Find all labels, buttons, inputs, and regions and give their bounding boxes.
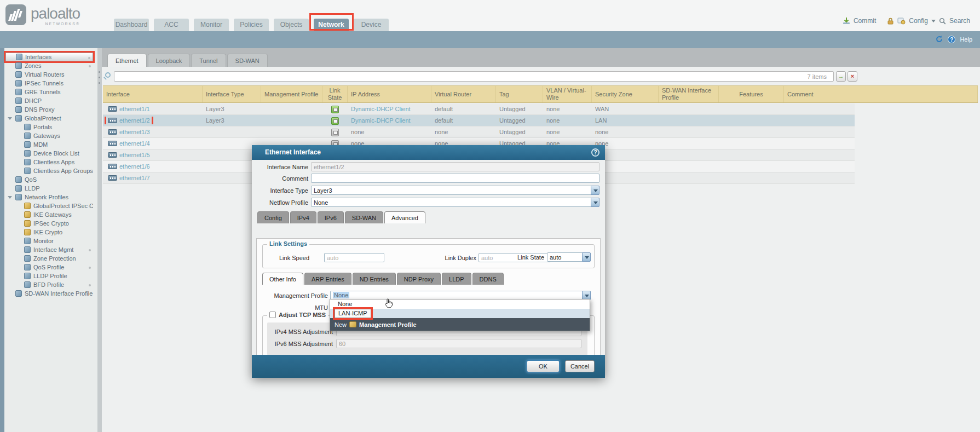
main-nav-tab[interactable]: ACC [154, 19, 189, 31]
main-nav-tab[interactable]: Objects [274, 19, 309, 31]
sidebar-item[interactable]: DHCP [5, 96, 93, 105]
content-tab[interactable]: Ethernet [107, 54, 147, 67]
sidebar-item[interactable]: IPSec Crypto [5, 219, 93, 228]
inner-tab[interactable]: Other Info [262, 273, 303, 285]
sidebar-item[interactable]: Gateways [5, 131, 93, 140]
sidebar-item[interactable]: Interfaces [5, 53, 93, 61]
interface-link[interactable]: ethernet1/2 [119, 117, 150, 124]
sidebar-item-label: MDM [33, 141, 48, 148]
sidebar-item-label: IKE Gateways [33, 211, 72, 218]
link-speed-field[interactable] [324, 253, 384, 262]
adjust-tcp-mss-checkbox[interactable] [269, 312, 276, 318]
apply-filter-button[interactable]: → [836, 71, 846, 82]
dialog-tab[interactable]: Config [257, 211, 289, 223]
commit-button[interactable]: Commit [854, 17, 876, 25]
dropdown-new-item[interactable]: New Management Profile [330, 318, 590, 331]
ip-address-link[interactable]: Dynamic-DHCP Client [348, 117, 431, 124]
interface-link[interactable]: ethernet1/5 [119, 152, 150, 158]
inner-tab[interactable]: DDNS [472, 273, 504, 285]
sidebar-item[interactable]: Zones [5, 61, 93, 70]
help-icon[interactable]: ? [948, 36, 955, 43]
sidebar-item[interactable]: MDM [5, 140, 93, 149]
help-label[interactable]: Help [960, 36, 972, 43]
ok-button[interactable]: OK [527, 360, 560, 372]
dropdown-option[interactable]: LAN-ICMP [330, 309, 590, 318]
sidebar-item[interactable]: Interface Mgmt [5, 245, 93, 254]
dialog-tab[interactable]: IPv6 [318, 211, 344, 223]
netflow-profile-select[interactable] [311, 198, 599, 207]
sidebar-item[interactable]: IKE Crypto [5, 228, 93, 237]
inner-tab[interactable]: LLDP [442, 273, 471, 285]
refresh-icon[interactable] [935, 35, 943, 43]
content-tab[interactable]: SD-WAN [227, 54, 268, 67]
interface-type-dropdown-icon[interactable] [591, 186, 599, 195]
sidebar-item[interactable]: BFD Profile [5, 280, 93, 289]
table-row[interactable]: ethernet1/2 Layer3 Dynamic-DHCP Client d… [103, 115, 855, 126]
dropdown-option[interactable]: None [330, 299, 590, 309]
sidebar-item[interactable]: Device Block List [5, 149, 93, 158]
sidebar-item[interactable]: GlobalProtect [5, 114, 93, 123]
main-nav-tab[interactable]: Device [354, 19, 389, 31]
lldp-icon [15, 185, 22, 192]
sidebar-item[interactable]: Virtual Routers [5, 70, 93, 79]
sidebar-item[interactable]: SD-WAN Interface Profile [5, 289, 93, 298]
dialog-tab[interactable]: SD-WAN [345, 211, 383, 223]
interface-link[interactable]: ethernet1/4 [119, 140, 150, 147]
search-button[interactable]: Search [949, 17, 970, 25]
interface-type-select[interactable] [311, 186, 599, 195]
main-nav-tab[interactable]: Dashboard [114, 19, 149, 31]
dialog-help-icon[interactable]: ? [591, 148, 599, 157]
link-state-dropdown-icon[interactable] [582, 252, 591, 262]
sidebar-item[interactable]: GlobalProtect IPSec Crypt [5, 201, 93, 210]
interface-link[interactable]: ethernet1/1 [119, 106, 150, 112]
inner-tabs: Other InfoARP EntriesND EntriesNDP Proxy… [262, 273, 504, 285]
sidebar-item[interactable]: QoS Profile [5, 263, 93, 272]
sidebar-resize-handle[interactable] [97, 48, 102, 432]
sidebar-item[interactable]: Monitor [5, 237, 93, 245]
sidebar-item[interactable]: IKE Gateways [5, 210, 93, 219]
sidebar-item-label: Interface Mgmt [33, 246, 73, 253]
interface-link[interactable]: ethernet1/7 [119, 175, 150, 181]
sidebar-item[interactable]: QoS [5, 175, 93, 184]
bfd-profile-icon [24, 281, 31, 288]
interface-name-field[interactable] [311, 162, 599, 171]
sidebar-item[interactable]: Zone Protection [5, 254, 93, 263]
config-menu[interactable]: Config [909, 17, 928, 25]
interface-link[interactable]: ethernet1/3 [119, 129, 150, 135]
sidebar-item[interactable]: LLDP [5, 184, 93, 193]
sidebar-item[interactable]: Clientless App Groups [5, 166, 93, 175]
sidebar-item-label: IKE Crypto [33, 229, 62, 235]
cancel-button[interactable]: Cancel [565, 360, 595, 372]
content-tab[interactable]: Tunnel [191, 54, 226, 67]
sidebar-item[interactable]: LLDP Profile [5, 272, 93, 280]
ipsec-tunnels-icon [15, 80, 22, 87]
ipv6-mss-field[interactable] [336, 339, 581, 348]
main-nav-tab[interactable]: Policies [234, 19, 269, 31]
lock-icon[interactable] [887, 18, 894, 25]
paloalto-logo: paloalto NETWORKS® [5, 4, 80, 26]
content-tab[interactable]: Loopback [148, 54, 191, 67]
sidebar-item[interactable]: GRE Tunnels [5, 88, 93, 96]
comment-field[interactable] [311, 174, 599, 183]
config-caret-icon[interactable] [931, 20, 936, 25]
clear-filter-button[interactable]: × [848, 71, 857, 82]
interface-link[interactable]: ethernet1/6 [119, 163, 150, 170]
netflow-profile-dropdown-icon[interactable] [591, 198, 599, 207]
sidebar-item[interactable]: DNS Proxy [5, 105, 93, 114]
ip-address-link[interactable]: Dynamic-DHCP Client [348, 106, 431, 112]
dialog-tab[interactable]: IPv4 [290, 211, 316, 223]
sidebar-item[interactable]: Portals [5, 123, 93, 131]
sidebar-item[interactable]: Clientless Apps [5, 158, 93, 166]
ip-address-link[interactable]: none [348, 129, 431, 135]
table-row[interactable]: ethernet1/3 none none Untagged none none [103, 126, 855, 138]
sidebar-item[interactable]: IPSec Tunnels [5, 79, 93, 88]
filter-input[interactable]: 7 items [114, 71, 834, 82]
sdwan-interface-profile-icon [15, 290, 22, 297]
dialog-tab[interactable]: Advanced [384, 211, 425, 223]
sidebar-item[interactable]: Network Profiles [5, 193, 93, 201]
inner-tab[interactable]: ARP Entries [304, 273, 351, 285]
main-nav-tab[interactable]: Monitor [194, 19, 229, 31]
inner-tab[interactable]: ND Entries [353, 273, 396, 285]
table-row[interactable]: ethernet1/1 Layer3 Dynamic-DHCP Client d… [103, 103, 855, 115]
inner-tab[interactable]: NDP Proxy [397, 273, 441, 285]
